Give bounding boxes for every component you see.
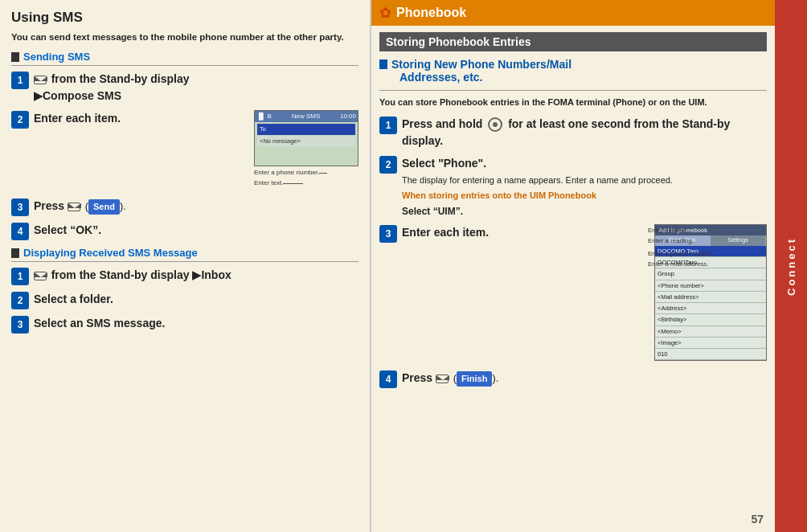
- blue-subsection-text: Storing New Phone Numbers/Mail Addresses…: [391, 58, 571, 84]
- sending-sms-header: Sending SMS: [11, 51, 358, 66]
- sms-title: New SMS: [292, 112, 321, 121]
- right-content: Storing Phonebook Entries Storing New Ph…: [371, 32, 775, 402]
- sms-to-row: To: [257, 124, 355, 134]
- blue-sq-icon: [379, 59, 387, 69]
- left-step-2: 2 Enter each item. ▐▌ B New SMS 10:00 To…: [11, 110, 358, 192]
- right-step-4: 4 Press (Finish).: [379, 370, 767, 388]
- sms-header-bar: ▐▌ B New SMS 10:00: [255, 111, 358, 122]
- left-step-3: 3 Press (Send).: [11, 198, 358, 216]
- when-storing-text: Select “UIM”.: [402, 206, 463, 217]
- sms-body: To <No message>: [255, 122, 358, 149]
- recv-step-number-1: 1: [11, 268, 29, 285]
- circle-nav-icon: [488, 117, 502, 132]
- mail-icon-finish: [436, 374, 449, 383]
- recv-step-2: 2 Select a folder.: [11, 291, 358, 309]
- storing-title: Storing Phonebook Entries: [379, 32, 767, 51]
- right-panel: ✿ Phonebook Storing Phonebook Entries St…: [371, 0, 775, 532]
- receiving-sms-label: Displaying Received SMS Message: [23, 247, 198, 259]
- mail-icon-3: [68, 203, 80, 211]
- right-step-1: 1 Press and hold for at least one second…: [379, 116, 767, 149]
- recv-step-3-content: Select an SMS message.: [34, 315, 358, 332]
- step-number-1: 1: [11, 72, 29, 89]
- recv-step-number-2: 2: [11, 292, 29, 309]
- send-button-label: Send: [88, 199, 120, 215]
- left-step-4: 4 Select “OK”.: [11, 222, 358, 240]
- sms-message-row: <No message>: [257, 136, 355, 146]
- sms-screenshot-container: ▐▌ B New SMS 10:00 To <No message> Enter…: [254, 110, 358, 189]
- step-number-4: 4: [11, 223, 29, 240]
- when-storing-label: When storing entries onto the UIM Phoneb…: [402, 190, 596, 200]
- phonebook-title: Phonebook: [396, 6, 466, 20]
- blue-subsection-title: Storing New Phone Numbers/Mail Addresses…: [379, 58, 767, 84]
- sidebar-label: Connect: [785, 237, 797, 296]
- right-step-num-4: 4: [379, 370, 397, 388]
- step-number-3: 3: [11, 198, 29, 216]
- right-step-3: 3 Enter each item. Add to phonebook Basi…: [379, 224, 767, 364]
- pb-row-3: Group: [655, 268, 766, 280]
- recv-step-2-content: Select a folder.: [34, 291, 358, 308]
- blue-subsection: Storing New Phone Numbers/Mail Addresses…: [379, 58, 767, 84]
- section-square-icon: [11, 52, 19, 62]
- step-4-content: Select “OK”.: [34, 222, 358, 239]
- right-step-num-2: 2: [379, 156, 397, 174]
- recv-step-3: 3 Select an SMS message.: [11, 315, 358, 334]
- pb-row-7: <Birthday>: [655, 314, 766, 325]
- sms-screenshot: ▐▌ B New SMS 10:00 To <No message>: [254, 110, 358, 166]
- right-step-num-3: 3: [379, 225, 397, 243]
- step-3-content: Press (Send).: [34, 198, 358, 215]
- pb-row-10: 010: [655, 349, 766, 360]
- recv-step-number-3: 3: [11, 316, 29, 334]
- left-panel: Using SMS You can send text messages to …: [0, 0, 371, 532]
- pb-row-5: <Mail address>: [655, 292, 766, 303]
- recv-step-1-content: from the Stand-by display ▶Inbox: [34, 267, 358, 284]
- step-2-content: Enter each item. ▐▌ B New SMS 10:00 To <…: [34, 110, 358, 192]
- mail-icon-1: [34, 76, 47, 84]
- sms-time: 10:00: [340, 112, 356, 121]
- left-step-1: 1 from the Stand-by display ▶Compose SMS: [11, 71, 358, 104]
- receiving-sms-header: Displaying Received SMS Message: [11, 247, 358, 262]
- mail-icon-recv-1: [34, 272, 47, 280]
- pb-screenshot-container: Add to phonebook Basic item Settings DOC…: [648, 224, 767, 361]
- left-title: Using SMS: [11, 10, 358, 26]
- sending-sms-label: Sending SMS: [23, 51, 90, 63]
- right-step-4-content: Press (Finish).: [402, 370, 767, 387]
- right-sidebar: Connect: [775, 0, 807, 532]
- phonebook-header: ✿ Phonebook: [371, 0, 775, 26]
- right-step-num-1: 1: [379, 117, 397, 134]
- pb-row-9: <Image>: [655, 338, 766, 349]
- finish-button-label: Finish: [457, 371, 492, 387]
- step-number-2: 2: [11, 111, 29, 129]
- sms-status-left: ▐▌ B: [256, 112, 272, 121]
- divider: [379, 90, 767, 91]
- phonebook-star-icon: ✿: [379, 4, 391, 22]
- ann-phone: Enter a phone number.: [254, 168, 358, 178]
- right-step-1-content: Press and hold for at least one second f…: [402, 116, 767, 149]
- right-intro: You can store Phonebook entries in the F…: [379, 96, 767, 109]
- step-2-detail: The display for entering a name appears.…: [402, 175, 673, 185]
- page-number: 57: [751, 513, 764, 526]
- right-step-2-content: Select "Phone". The display for entering…: [402, 155, 767, 219]
- pb-row-8: <Memo>: [655, 326, 766, 338]
- step-1-content: from the Stand-by display ▶Compose SMS: [34, 71, 358, 104]
- right-step-3-content: Enter each item. Add to phonebook Basic …: [402, 224, 767, 364]
- right-step-2: 2 Select "Phone". The display for enteri…: [379, 155, 767, 219]
- pb-row-4: <Phone number>: [655, 280, 766, 292]
- recv-step-1: 1 from the Stand-by display ▶Inbox: [11, 267, 358, 285]
- sms-annotation-1: Enter a phone number. Enter text.: [254, 168, 358, 188]
- pb-row-6: <Address>: [655, 303, 766, 314]
- left-intro: You can send text messages to the mobile…: [11, 31, 358, 44]
- receiving-section-square-icon: [11, 248, 19, 258]
- pb-tab-settings: Settings: [711, 235, 766, 246]
- ann-text: Enter text.: [254, 178, 358, 188]
- step-2-main: Select "Phone".: [402, 157, 486, 170]
